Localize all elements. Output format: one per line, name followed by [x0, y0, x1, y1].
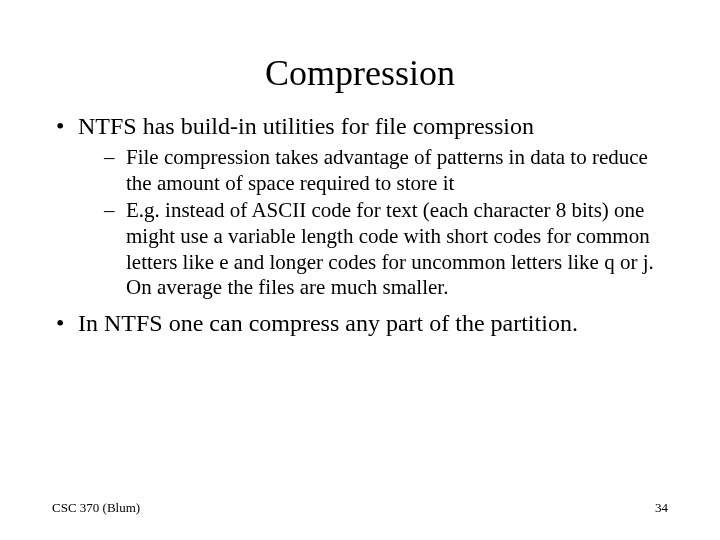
bullet-text: In NTFS one can compress any part of the… — [78, 310, 578, 336]
bullet-item: In NTFS one can compress any part of the… — [52, 309, 668, 338]
sub-bullet-item: E.g. instead of ASCII code for text (eac… — [104, 198, 668, 300]
sub-bullet-item: File compression takes advantage of patt… — [104, 145, 668, 196]
footer-page-number: 34 — [655, 500, 668, 516]
sub-bullet-list: File compression takes advantage of patt… — [78, 145, 668, 301]
slide: Compression NTFS has build-in utilities … — [0, 0, 720, 540]
bullet-text: NTFS has build-in utilities for file com… — [78, 113, 534, 139]
footer-left: CSC 370 (Blum) — [52, 500, 140, 516]
slide-footer: CSC 370 (Blum) 34 — [52, 500, 668, 516]
sub-bullet-text: E.g. instead of ASCII code for text (eac… — [126, 198, 654, 299]
slide-title: Compression — [0, 0, 720, 112]
sub-bullet-text: File compression takes advantage of patt… — [126, 145, 648, 195]
bullet-list: NTFS has build-in utilities for file com… — [52, 112, 668, 338]
bullet-item: NTFS has build-in utilities for file com… — [52, 112, 668, 301]
slide-body: NTFS has build-in utilities for file com… — [0, 112, 720, 338]
